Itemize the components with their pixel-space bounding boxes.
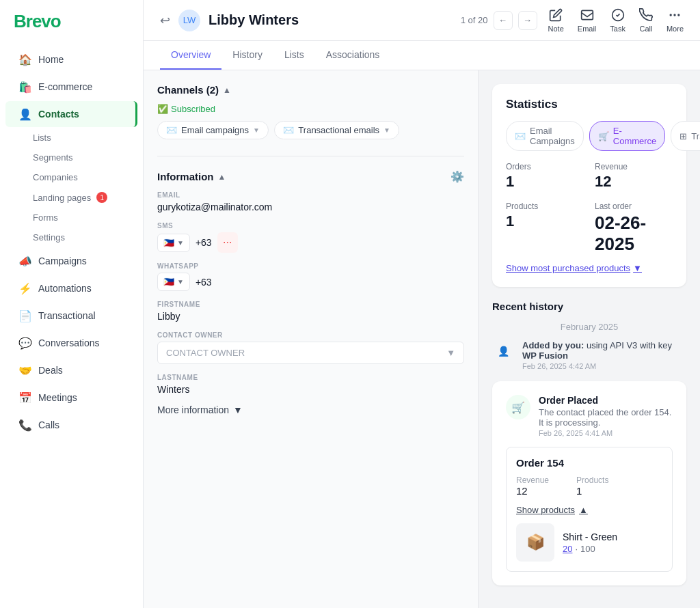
product-thumbnail: 📦 (516, 523, 554, 562)
sidebar-item-calls[interactable]: 📞 Calls (5, 412, 137, 438)
stats-tab-ecommerce[interactable]: 🛒 E-Commerce (589, 121, 666, 151)
tab-associations[interactable]: Associations (315, 41, 391, 70)
sidebar-sub-landing-pages[interactable]: Landing pages 1 (0, 187, 143, 208)
stats-tab-email-campaigns[interactable]: ✉️ Email Campaigns (506, 121, 584, 151)
email-campaigns-tab-icon: ✉️ (515, 131, 526, 141)
ph-flag-icon: 🇵🇭 (163, 277, 174, 287)
products-value: 1 (506, 212, 584, 230)
prev-button[interactable]: ← (494, 11, 513, 30)
products-label: Products (506, 202, 584, 211)
note-action[interactable]: Note (548, 8, 564, 33)
whatsapp-flag-select[interactable]: 🇵🇭 ▼ (157, 273, 190, 291)
svg-point-4 (678, 14, 680, 16)
sidebar-item-label: Campaigns (38, 255, 87, 266)
product-price: 100 (580, 544, 595, 554)
sidebar-item-label: Deals (38, 365, 63, 376)
pagination: 1 of 20 ← → (461, 11, 537, 30)
more-info-button[interactable]: More information ▼ (157, 404, 464, 415)
body-layout: Channels (2) ▲ ✅ Subscribed ✉️ Email cam… (144, 70, 700, 608)
event-text-bold: WP Fusion (522, 350, 568, 361)
settings-icon[interactable]: ⚙️ (450, 170, 464, 183)
product-row: 📦 Shirt - Green 20 · 100 (516, 523, 662, 562)
email-icon (580, 8, 594, 23)
product-name: Shirt - Green (563, 531, 617, 542)
contacts-icon: 👤 (19, 108, 31, 120)
order-revenue: Revenue 12 (516, 475, 549, 497)
sidebar-item-ecommerce[interactable]: 🛍️ E-commerce (5, 74, 137, 100)
order-number: Order 154 (516, 457, 662, 469)
history-event-text: Added by you: using API V3 with key WP F… (522, 340, 686, 361)
next-button[interactable]: → (518, 11, 537, 30)
contact-owner-select[interactable]: CONTACT OWNER ▼ (157, 342, 464, 364)
order-products: Products 1 (576, 475, 608, 497)
chevron-down-icon: ▼ (177, 239, 184, 247)
sidebar-item-home[interactable]: 🏠 Home (5, 46, 137, 72)
sidebar-item-automations[interactable]: ⚡ Automations (5, 275, 137, 301)
channels-title: Channels (2) ▲ (157, 84, 231, 96)
sidebar-item-contacts[interactable]: 👤 Contacts (5, 101, 137, 127)
sidebar-item-transactional[interactable]: 📄 Transactional (5, 303, 137, 329)
transactional-emails-pill[interactable]: ✉️ Transactional emails ▼ (274, 121, 399, 139)
sms-field-group: SMS 🇵🇭 ▼ +63 ··· (157, 222, 464, 253)
contact-owner-label: CONTACT OWNER (157, 331, 464, 339)
order-stats-row: Revenue 12 Products 1 (516, 475, 662, 497)
info-section-header: Information ▲ ⚙️ (157, 170, 464, 183)
order-placed-info: Order Placed The contact placed the orde… (539, 395, 673, 437)
sidebar-item-deals[interactable]: 🤝 Deals (5, 357, 137, 383)
email-campaigns-pill[interactable]: ✉️ Email campaigns ▼ (157, 121, 269, 139)
sidebar-item-conversations[interactable]: 💬 Conversations (5, 330, 137, 356)
product-id-link[interactable]: 20 (563, 544, 572, 554)
whatsapp-row: 🇵🇭 ▼ +63 (157, 273, 464, 291)
chevron-down-icon: ▼ (383, 126, 390, 134)
chevron-down-icon: ▼ (253, 126, 260, 134)
recent-history-title: Recent history (492, 301, 686, 312)
call-action[interactable]: Call (639, 8, 653, 33)
show-most-purchased-link[interactable]: Show most purchased products ▼ (506, 263, 673, 273)
sidebar-sub-lists[interactable]: Lists (0, 128, 143, 148)
chevron-down-icon: ▼ (446, 348, 455, 358)
order-placed-title: Order Placed (539, 395, 673, 406)
stats-tab-transactions[interactable]: ⊞ Transactions (671, 121, 700, 151)
sidebar-item-meetings[interactable]: 📅 Meetings (5, 385, 137, 411)
more-action[interactable]: More (667, 8, 684, 33)
order-card: 🛒 Order Placed The contact placed the or… (492, 381, 686, 585)
contact-owner-field-group: CONTACT OWNER CONTACT OWNER ▼ (157, 331, 464, 364)
tab-history[interactable]: History (221, 41, 273, 70)
sidebar-sub-settings[interactable]: Settings (0, 227, 143, 247)
statistics-card: Statistics ✉️ Email Campaigns 🛒 E-Commer… (492, 84, 686, 287)
sidebar-sub-forms[interactable]: Forms (0, 208, 143, 227)
subscribed-badge: ✅ Subscribed (157, 104, 464, 114)
header-right: 1 of 20 ← → Note Email (461, 8, 684, 33)
divider (157, 156, 464, 156)
sidebar-sub-companies[interactable]: Companies (0, 167, 143, 187)
tab-overview[interactable]: Overview (160, 41, 221, 70)
task-label: Task (610, 25, 625, 33)
order-placed-time: Feb 26, 2025 4:41 AM (539, 429, 673, 437)
orders-label: Orders (506, 162, 584, 171)
firstname-value: Libby (157, 311, 464, 322)
more-icon (668, 8, 682, 23)
whatsapp-field-group: WHATSAPP 🇵🇭 ▼ +63 (157, 262, 464, 291)
sms-more-button[interactable]: ··· (217, 232, 238, 253)
sms-flag-select[interactable]: 🇵🇭 ▼ (157, 234, 190, 252)
back-button[interactable]: ↩ (160, 13, 170, 28)
email-field-group: EMAIL gurykotiza@mailinator.com (157, 191, 464, 212)
contact-header: ↩ LW Libby Winters 1 of 20 ← → Note (144, 0, 700, 41)
tab-lists[interactable]: Lists (273, 41, 315, 70)
main-content: ↩ LW Libby Winters 1 of 20 ← → Note (144, 0, 700, 608)
task-action[interactable]: Task (610, 8, 625, 33)
order-placed-desc: The contact placed the order 154. It is … (539, 407, 673, 428)
task-icon (611, 8, 625, 23)
email-action[interactable]: Email (578, 8, 597, 33)
chevron-down-icon: ▼ (177, 278, 184, 286)
sidebar-item-campaigns[interactable]: 📣 Campaigns (5, 248, 137, 274)
chevron-up-icon: ▲ (223, 85, 231, 95)
info-title: Information ▲ (157, 171, 226, 182)
show-products-button[interactable]: Show products ▲ (516, 505, 662, 515)
sidebar-sub-segments[interactable]: Segments (0, 148, 143, 167)
home-icon: 🏠 (19, 53, 31, 66)
last-order-value: 02-26-2025 (595, 212, 673, 255)
recent-history-section: Recent history February 2025 👤 Added by … (492, 301, 686, 370)
order-icon: 🛒 (506, 395, 530, 419)
history-event: 👤 Added by you: using API V3 with key WP… (492, 340, 686, 370)
